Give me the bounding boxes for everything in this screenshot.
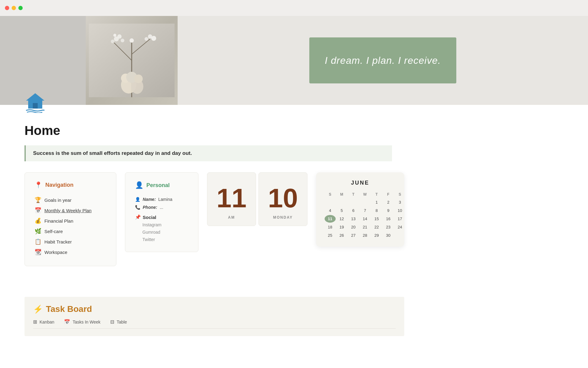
hour-box: 11 AM — [207, 172, 256, 226]
tasks-week-icon: 📅 — [64, 319, 70, 325]
pin-icon: 📌 — [135, 214, 141, 220]
home-icon-area — [24, 91, 46, 114]
cal-day-29[interactable]: 29 — [371, 232, 382, 239]
social-twitter[interactable]: Twitter — [135, 236, 188, 243]
nav-habit-label: Habit Tracker — [44, 239, 72, 244]
cal-header-tue: T — [348, 191, 359, 198]
nav-item-monthly[interactable]: 📅 Monthly & Weekly Plan — [35, 205, 106, 216]
kanban-icon: ⊞ — [33, 319, 37, 325]
cal-header-thu: T — [371, 191, 382, 198]
clock-card: 11 AM 10 MONDAY — [207, 172, 307, 226]
cal-day-22[interactable]: 22 — [371, 223, 382, 231]
calendar-grid: S M T W T F S 1 2 3 4 5 6 7 8 — [325, 191, 396, 239]
main-content: Home Success is the sum of small efforts… — [0, 105, 429, 297]
personal-card-title: Personal — [146, 182, 170, 189]
calendar-card: JUNE S M T W T F S 1 2 3 4 5 — [316, 172, 404, 247]
phone-label: Phone: — [143, 205, 157, 210]
banner-image — [86, 16, 178, 105]
table-icon: ⊟ — [110, 319, 114, 325]
cal-day-4[interactable]: 4 — [325, 207, 336, 214]
cal-day-9[interactable]: 9 — [383, 207, 394, 214]
cal-day-21[interactable]: 21 — [360, 223, 371, 231]
tagline-text: I dream. I plan. I receive. — [325, 55, 441, 66]
cal-empty-4 — [360, 198, 371, 206]
cal-day-16[interactable]: 16 — [383, 215, 394, 223]
social-gumroad[interactable]: Gumroad — [135, 228, 188, 236]
cal-day-17[interactable]: 17 — [394, 215, 405, 223]
cal-empty-end — [394, 232, 405, 239]
cal-day-20[interactable]: 20 — [348, 223, 359, 231]
money-icon: 💰 — [35, 217, 41, 224]
nav-item-financial[interactable]: 💰 Financial Plan — [35, 216, 106, 226]
personal-card-header: 👤 Personal — [135, 181, 188, 189]
cal-day-19[interactable]: 19 — [336, 223, 347, 231]
svg-point-6 — [117, 34, 122, 39]
person-icon: 👤 — [135, 197, 140, 202]
nav-item-selfcare[interactable]: 🌿 Self-care — [35, 226, 106, 236]
svg-point-8 — [121, 39, 124, 42]
cal-day-14[interactable]: 14 — [360, 215, 371, 223]
cal-day-25[interactable]: 25 — [325, 232, 336, 239]
phone-icon: 📞 — [135, 205, 140, 210]
cal-header-fri: F — [383, 191, 394, 198]
minimize-button[interactable] — [12, 6, 16, 10]
cal-day-3[interactable]: 3 — [394, 198, 405, 206]
maximize-button[interactable] — [18, 6, 23, 10]
nav-monthly-label: Monthly & Weekly Plan — [44, 208, 92, 213]
cal-day-8[interactable]: 8 — [371, 207, 382, 214]
cal-day-23[interactable]: 23 — [383, 223, 394, 231]
nav-goals-label: Goals in year — [44, 197, 71, 203]
cal-day-15[interactable]: 15 — [371, 215, 382, 223]
cal-day-2[interactable]: 2 — [383, 198, 394, 206]
clock-hour: 11 — [217, 185, 247, 212]
cal-day-10[interactable]: 10 — [394, 207, 405, 214]
svg-point-10 — [145, 37, 148, 41]
close-button[interactable] — [5, 6, 9, 10]
tab-tasks-week[interactable]: 📅 Tasks In Week — [64, 319, 100, 325]
tagline-box: I dream. I plan. I receive. — [309, 37, 456, 83]
page-title: Home — [24, 123, 404, 138]
task-board-header: ⚡ Task Board — [33, 304, 396, 314]
cal-day-11-today[interactable]: 11 — [325, 215, 336, 223]
cal-day-26[interactable]: 26 — [336, 232, 347, 239]
nav-item-goals[interactable]: 🏆 Goals in year — [35, 195, 106, 205]
table-label: Table — [117, 320, 127, 324]
calendar-icon: 📅 — [35, 207, 41, 214]
svg-point-5 — [111, 40, 115, 43]
cal-day-6[interactable]: 6 — [348, 207, 359, 214]
clock-minute: 10 — [268, 185, 298, 212]
cal-empty-1 — [325, 198, 336, 206]
nav-card-header: 📍 Navigation — [35, 181, 106, 189]
cal-day-7[interactable]: 7 — [360, 207, 371, 214]
personal-card: 👤 Personal 👤 Name: Lamina 📞 Phone: ... 📌… — [125, 172, 198, 252]
floral-svg — [89, 24, 175, 97]
svg-point-11 — [151, 36, 156, 41]
checklist-icon: 📋 — [35, 238, 41, 245]
social-label-text: Social — [143, 215, 156, 220]
workspace-calendar-icon: 📆 — [35, 249, 41, 255]
nav-card-title: Navigation — [45, 182, 74, 188]
phone-value: ... — [160, 205, 163, 210]
cal-day-30[interactable]: 30 — [383, 232, 394, 239]
cal-header-wed: W — [360, 191, 371, 198]
cal-day-27[interactable]: 27 — [348, 232, 359, 239]
name-value: Lamina — [158, 197, 172, 202]
nav-item-workspace[interactable]: 📆 Workspace — [35, 247, 106, 257]
kanban-label: Kanban — [40, 320, 54, 324]
cal-day-28[interactable]: 28 — [360, 232, 371, 239]
tab-table[interactable]: ⊟ Table — [110, 319, 127, 325]
tab-kanban[interactable]: ⊞ Kanban — [33, 319, 54, 325]
cal-day-1[interactable]: 1 — [371, 198, 382, 206]
cal-day-5[interactable]: 5 — [336, 207, 347, 214]
cal-day-13[interactable]: 13 — [348, 215, 359, 223]
personal-name-row: 👤 Name: Lamina — [135, 195, 188, 203]
cal-day-18[interactable]: 18 — [325, 223, 336, 231]
nav-item-habit[interactable]: 📋 Habit Tracker — [35, 236, 106, 247]
social-instagram[interactable]: Instagram — [135, 221, 188, 228]
leaf-icon: 🌿 — [35, 228, 41, 235]
quote-text: Success is the sum of small efforts repe… — [33, 150, 192, 156]
personal-icon: 👤 — [135, 181, 143, 189]
cal-day-24[interactable]: 24 — [394, 223, 405, 231]
cal-empty-3 — [348, 198, 359, 206]
cal-day-12[interactable]: 12 — [336, 215, 347, 223]
